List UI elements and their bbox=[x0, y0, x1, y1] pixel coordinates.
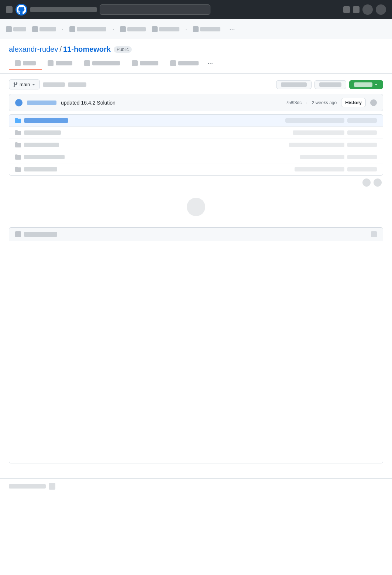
repo-tab-issues[interactable] bbox=[42, 57, 78, 70]
file-commit-msg bbox=[300, 155, 344, 159]
actions-icon bbox=[120, 26, 126, 32]
branch-left-controls: main bbox=[9, 79, 86, 89]
file-tree-row[interactable] bbox=[9, 115, 383, 127]
file-name bbox=[24, 118, 68, 123]
edit-icon[interactable] bbox=[362, 178, 371, 187]
settings-tab-icon bbox=[170, 60, 176, 66]
file-commit-msg bbox=[293, 130, 344, 135]
nav-right-actions bbox=[343, 4, 386, 15]
branches-count[interactable] bbox=[43, 82, 65, 87]
settings-label bbox=[200, 27, 220, 31]
commit-hash[interactable]: 758f3dc bbox=[286, 100, 302, 105]
tab-settings[interactable] bbox=[193, 26, 220, 32]
folder-icon bbox=[15, 154, 21, 160]
readme-edit-button[interactable] bbox=[371, 231, 377, 237]
repo-tab-settings[interactable] bbox=[164, 57, 204, 70]
readme-file-icon bbox=[15, 231, 21, 237]
branch-selector-button[interactable]: main bbox=[9, 79, 40, 89]
settings-icon bbox=[193, 26, 199, 32]
file-tree-row[interactable] bbox=[9, 139, 383, 151]
actions-tab-icon bbox=[132, 60, 138, 66]
repo-tabs-row: ··· bbox=[9, 57, 383, 70]
commit-graph-icon[interactable] bbox=[370, 99, 377, 106]
file-tree-row[interactable] bbox=[9, 127, 383, 139]
footer-edit-icon[interactable] bbox=[49, 483, 55, 490]
user-avatar-nav[interactable] bbox=[376, 4, 386, 15]
hamburger-icon[interactable] bbox=[6, 6, 13, 13]
commit-separator: · bbox=[306, 100, 307, 105]
notification-icon[interactable] bbox=[362, 4, 373, 15]
breadcrumb-separator: / bbox=[59, 45, 62, 54]
commit-info-bar: updated 16.4.2 Solution 758f3dc · 2 week… bbox=[9, 94, 383, 111]
file-time bbox=[347, 167, 377, 171]
more-repo-tabs[interactable]: ··· bbox=[204, 57, 216, 70]
folder-icon bbox=[15, 118, 21, 123]
repo-name-link[interactable]: 11-homework bbox=[63, 45, 111, 54]
file-name bbox=[24, 143, 59, 147]
add-file-label bbox=[319, 82, 341, 87]
file-tree-actions bbox=[9, 178, 383, 187]
commit-time: 2 weeks ago bbox=[312, 100, 337, 105]
repo-header: alexandr-rudev / 11-homework Public ··· bbox=[0, 39, 392, 74]
file-time bbox=[347, 143, 377, 147]
repo-tab-code[interactable] bbox=[9, 57, 42, 70]
actions-label bbox=[127, 27, 146, 31]
nav-separator-2: · bbox=[112, 26, 114, 33]
repo-tab-actions[interactable] bbox=[126, 57, 164, 70]
repo-tab-bar: · · · ··· bbox=[0, 19, 392, 39]
pr-tab-label bbox=[92, 61, 120, 65]
tab-actions[interactable] bbox=[120, 26, 146, 32]
repo-path-nav bbox=[30, 7, 97, 12]
tab-code[interactable] bbox=[6, 26, 26, 32]
projects-icon bbox=[152, 26, 158, 32]
issues-tab-label bbox=[56, 61, 72, 65]
tab-issues[interactable] bbox=[32, 26, 56, 32]
file-tree-row[interactable] bbox=[9, 151, 383, 163]
readme-logo bbox=[187, 198, 205, 216]
readme-header-left bbox=[15, 231, 57, 237]
tags-count[interactable] bbox=[68, 82, 86, 87]
history-icon[interactable] bbox=[374, 178, 382, 187]
code-label bbox=[13, 27, 26, 31]
footer-bar bbox=[0, 478, 392, 494]
settings-tab-label bbox=[178, 61, 199, 65]
issues-icon bbox=[32, 26, 38, 32]
nav-separator-1: · bbox=[62, 26, 63, 33]
plus-icon[interactable] bbox=[343, 6, 350, 13]
file-commit-msg bbox=[295, 167, 344, 171]
repo-tab-pr[interactable] bbox=[78, 57, 126, 70]
go-to-file-button[interactable] bbox=[276, 80, 312, 89]
tab-pullrequests[interactable] bbox=[69, 26, 106, 32]
file-tree-row[interactable] bbox=[9, 163, 383, 175]
more-tabs-button[interactable]: ··· bbox=[226, 22, 238, 36]
code-label bbox=[354, 82, 372, 87]
file-commit-msg bbox=[285, 118, 344, 123]
readme-section bbox=[9, 227, 383, 463]
file-time bbox=[347, 155, 377, 159]
global-search-input[interactable] bbox=[100, 4, 210, 15]
tab-projects[interactable] bbox=[152, 26, 179, 32]
commit-message-text: updated 16.4.2 Solution bbox=[61, 100, 281, 106]
commit-user-avatar bbox=[15, 99, 23, 106]
projects-label bbox=[159, 27, 179, 31]
repo-owner-link[interactable]: alexandr-rudev bbox=[9, 45, 58, 54]
file-name bbox=[24, 130, 61, 135]
file-time bbox=[347, 118, 377, 123]
folder-icon bbox=[15, 130, 21, 136]
readme-body bbox=[9, 241, 383, 463]
add-file-button[interactable] bbox=[314, 80, 346, 89]
nav-separator-3: · bbox=[185, 26, 187, 33]
go-to-file-label bbox=[281, 82, 307, 87]
history-button[interactable]: History bbox=[341, 98, 366, 107]
file-name bbox=[24, 167, 57, 171]
repo-visibility-badge: Public bbox=[114, 46, 132, 53]
commit-username[interactable] bbox=[27, 101, 56, 105]
code-tab-label bbox=[23, 61, 36, 65]
issue-icon-nav[interactable] bbox=[353, 6, 360, 13]
breadcrumb: alexandr-rudev / 11-homework Public bbox=[9, 45, 383, 54]
folder-icon bbox=[15, 142, 21, 148]
pr-label bbox=[77, 27, 106, 31]
file-time bbox=[347, 130, 377, 135]
code-button[interactable] bbox=[349, 80, 383, 89]
readme-logo-area bbox=[9, 198, 383, 216]
